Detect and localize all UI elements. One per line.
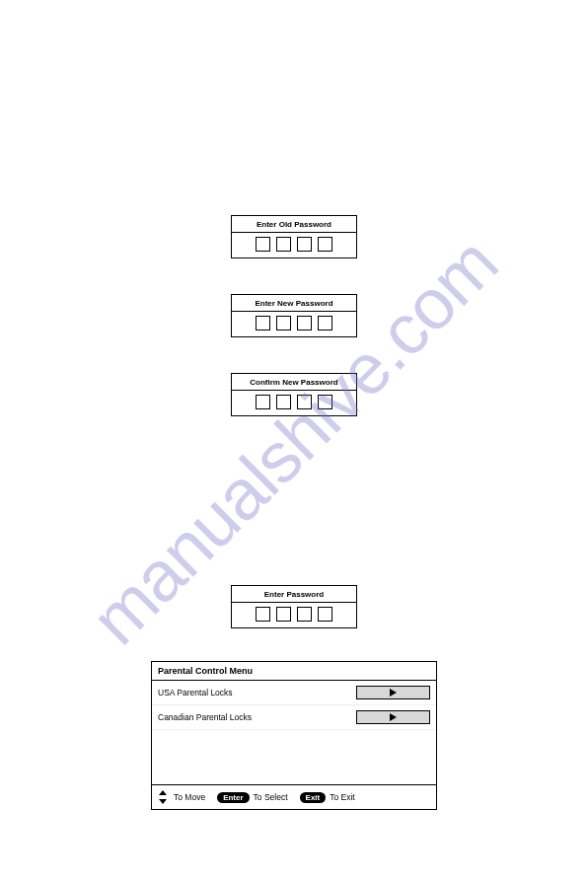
password-digit[interactable] <box>297 316 312 330</box>
password-digit[interactable] <box>318 237 332 252</box>
password-digit[interactable] <box>256 316 270 330</box>
submenu-button[interactable] <box>356 710 430 724</box>
password-digit[interactable] <box>297 395 312 409</box>
password-digit[interactable] <box>318 316 332 330</box>
password-digit[interactable] <box>318 607 332 622</box>
password-digit[interactable] <box>297 237 312 252</box>
menu-footer: To Move Enter To Select Exit To Exit <box>152 784 436 809</box>
footer-move-label: To Move <box>174 792 205 802</box>
footer-select-label: To Select <box>254 792 288 802</box>
password-digits <box>232 607 356 622</box>
enter-old-password-box: Enter Old Password <box>231 215 357 258</box>
password-digit[interactable] <box>276 237 291 252</box>
password-digit[interactable] <box>256 607 270 622</box>
password-digit[interactable] <box>297 607 312 622</box>
enter-password-box: Enter Password <box>231 585 357 628</box>
password-digits <box>232 316 356 330</box>
enter-new-password-box: Enter New Password <box>231 294 357 337</box>
password-digits <box>232 395 356 409</box>
footer-exit-label: To Exit <box>330 792 355 802</box>
password-box-title: Enter Password <box>232 590 356 603</box>
password-digits <box>232 237 356 252</box>
password-box-title: Confirm New Password <box>232 378 356 391</box>
menu-row-label: Canadian Parental Locks <box>158 712 356 722</box>
password-digit[interactable] <box>276 607 291 622</box>
triangle-right-icon <box>390 713 397 721</box>
password-box-title: Enter Old Password <box>232 220 356 233</box>
updown-arrows-icon <box>158 790 168 804</box>
submenu-button[interactable] <box>356 686 430 699</box>
menu-row-usa[interactable]: USA Parental Locks <box>152 681 436 705</box>
parental-control-menu: Parental Control Menu USA Parental Locks… <box>151 661 437 810</box>
password-digit[interactable] <box>256 395 270 409</box>
confirm-new-password-box: Confirm New Password <box>231 373 357 416</box>
password-box-title: Enter New Password <box>232 299 356 312</box>
menu-row-label: USA Parental Locks <box>158 688 356 697</box>
password-digit[interactable] <box>276 395 291 409</box>
enter-button-pill: Enter <box>217 792 249 803</box>
triangle-right-icon <box>390 689 397 697</box>
menu-title: Parental Control Menu <box>152 662 436 681</box>
password-digit[interactable] <box>318 395 332 409</box>
menu-spacer <box>152 730 436 784</box>
menu-row-canadian[interactable]: Canadian Parental Locks <box>152 705 436 730</box>
exit-button-pill: Exit <box>300 792 327 803</box>
password-digit[interactable] <box>256 237 270 252</box>
password-digit[interactable] <box>276 316 291 330</box>
